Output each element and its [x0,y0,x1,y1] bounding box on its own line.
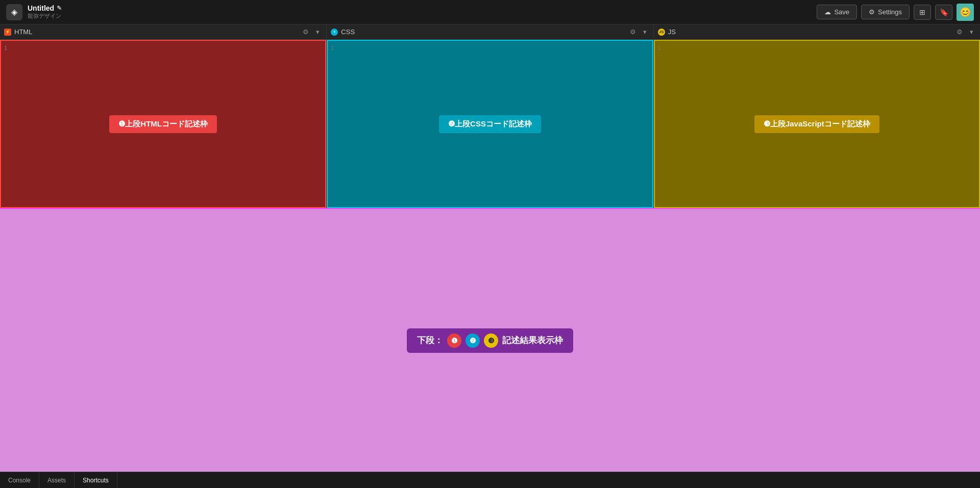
app-subtitle: 龍弥デザイン [28,12,62,20]
html-header-left: ⚡ HTML [4,28,32,36]
js-line-number: 1 [658,45,661,51]
avatar[interactable]: 😊 [957,4,974,21]
bottom-tab-assets[interactable]: Assets [39,472,75,488]
html-settings-icon[interactable]: ⚙ [300,27,311,37]
settings-label: Settings [878,8,902,16]
settings-gear-icon: ⚙ [869,8,875,16]
preview-badge-3: ❸ [484,333,498,348]
css-lang-label: CSS [341,28,355,36]
topbar-right: ☁ Save ⚙ Settings ⊞ 🔖 😊 [817,4,974,21]
html-lang-label: HTML [14,28,32,36]
css-editor-panel: + CSS ⚙ ▾ 1 ❷上段CSSコード記述枠 [327,24,653,208]
html-line-number: 1 [4,45,7,51]
bookmark-button[interactable]: 🔖 [935,5,952,20]
grid-button[interactable]: ⊞ [914,5,931,20]
html-code-label: ❶上段HTMLコード記述枠 [109,115,217,133]
topbar-left: ◈ Untitled ✎ 龍弥デザイン [6,4,62,20]
bottom-tab-console[interactable]: Console [0,472,39,488]
topbar: ◈ Untitled ✎ 龍弥デザイン ☁ Save ⚙ Settings ⊞ … [0,0,980,24]
js-header-left: JS JS [658,28,676,36]
css-line-number: 1 [331,45,334,51]
app-title-group: Untitled ✎ 龍弥デザイン [28,4,62,20]
save-label: Save [834,8,849,16]
editors-row: ⚡ HTML ⚙ ▾ 1 ❶上段HTMLコード記述枠 + CSS ⚙ [0,24,980,208]
js-expand-icon[interactable]: ▾ [967,27,976,37]
css-settings-icon[interactable]: ⚙ [627,27,639,37]
js-editor-header: JS JS ⚙ ▾ [654,24,980,40]
css-editor-header: + CSS ⚙ ▾ [327,24,653,40]
app-title: Untitled ✎ [28,4,62,12]
css-badge: + [331,29,338,36]
grid-icon: ⊞ [919,8,925,16]
html-editor-panel: ⚡ HTML ⚙ ▾ 1 ❶上段HTMLコード記述枠 [0,24,327,208]
bottom-tab-shortcuts[interactable]: Shortcuts [75,472,117,488]
bookmark-icon: 🔖 [940,8,948,16]
avatar-emoji: 😊 [960,7,971,18]
css-header-right: ⚙ ▾ [627,27,649,37]
bottom-bar: Console Assets Shortcuts [0,472,980,488]
app-logo: ◈ [6,4,22,20]
logo-symbol: ◈ [11,7,17,17]
js-settings-icon[interactable]: ⚙ [954,27,965,37]
js-editor-panel: JS JS ⚙ ▾ 1 ❸上段JavaScriptコード記述枠 [654,24,980,208]
css-editor-content[interactable]: 1 ❷上段CSSコード記述枠 [327,40,653,208]
save-cloud-icon: ☁ [824,8,831,16]
preview-label-prefix: 下段： [417,335,443,346]
preview-area: 下段： ❶ ❷ ❸ 記述結果表示枠 [0,208,980,472]
js-lang-label: JS [668,28,676,36]
preview-label: 下段： ❶ ❷ ❸ 記述結果表示枠 [407,328,573,353]
save-button[interactable]: ☁ Save [817,5,857,19]
preview-badge-2: ❷ [465,333,480,348]
html-expand-icon[interactable]: ▾ [313,27,322,37]
css-expand-icon[interactable]: ▾ [641,27,649,37]
js-code-label: ❸上段JavaScriptコード記述枠 [754,115,879,133]
js-editor-content[interactable]: 1 ❸上段JavaScriptコード記述枠 [654,40,980,208]
preview-badge-1: ❶ [447,333,461,348]
js-badge: JS [658,29,665,36]
preview-label-suffix: 記述結果表示枠 [502,335,563,346]
html-header-right: ⚙ ▾ [300,27,322,37]
edit-title-icon[interactable]: ✎ [57,5,62,12]
settings-button[interactable]: ⚙ Settings [861,5,910,19]
css-code-label: ❷上段CSSコード記述枠 [439,115,541,133]
html-badge: ⚡ [4,29,11,36]
html-editor-content[interactable]: 1 ❶上段HTMLコード記述枠 [0,40,326,208]
css-header-left: + CSS [331,28,355,36]
html-editor-header: ⚡ HTML ⚙ ▾ [0,24,326,40]
js-header-right: ⚙ ▾ [954,27,976,37]
